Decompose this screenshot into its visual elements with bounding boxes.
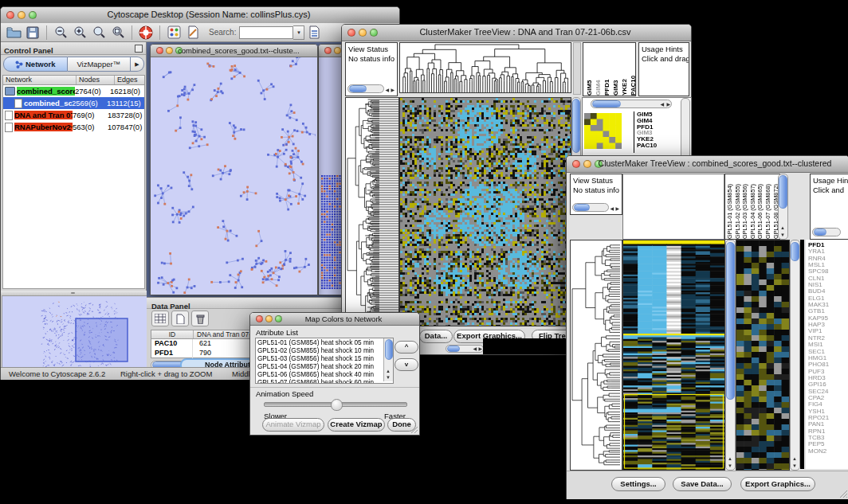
create-vizmap-button[interactable]: Create Vizmap xyxy=(328,418,385,432)
tv2-heatmap[interactable] xyxy=(622,240,725,471)
close-button[interactable] xyxy=(572,160,580,168)
attribute-item[interactable]: GPL51-07 (GSM868) heat shock 60 min xyxy=(257,379,383,384)
annotation-icon[interactable] xyxy=(184,25,202,41)
scroll-up-icon[interactable]: ▲ xyxy=(386,368,391,374)
tv2-gene-item[interactable]: MON2 xyxy=(808,448,848,455)
scroll-down-icon[interactable]: ▼ xyxy=(780,232,785,238)
attribute-item[interactable]: GPL51-03 (GSM856) heat shock 15 min xyxy=(257,355,383,363)
save-data-button[interactable]: Data... xyxy=(419,330,453,343)
move-up-button[interactable]: ^ xyxy=(395,341,418,354)
tab-overflow-button[interactable]: ▶ xyxy=(131,57,144,72)
attribute-item[interactable]: GPL51-06 (GSM865) heat shock 40 min xyxy=(257,371,383,379)
scroll-left-icon[interactable]: ◀ xyxy=(660,101,664,107)
tv1-column-dendrogram[interactable] xyxy=(399,42,571,93)
network-view-canvas[interactable] xyxy=(151,57,316,294)
scroll-left-icon[interactable]: ◀ xyxy=(610,205,614,212)
help-icon[interactable] xyxy=(137,25,155,41)
network-window-1-title-bar[interactable]: combined_scores_good.txt--cluste... xyxy=(151,45,317,57)
attribute-item[interactable]: GPL51-04 (GSM857) heat shock 20 min xyxy=(257,363,383,371)
settings-button[interactable]: Settings... xyxy=(611,477,665,491)
scroll-right-icon[interactable]: ▶ xyxy=(615,205,619,212)
scroll-right-icon[interactable]: ▶ xyxy=(666,101,670,107)
attribute-list-vscrollbar[interactable]: ▲ ▼ xyxy=(383,338,393,381)
scroll-up-icon[interactable]: ▲ xyxy=(780,225,785,231)
col-edges[interactable]: Edges xyxy=(115,76,144,84)
attribute-listbox[interactable]: GPL51-01 (GSM854) heat shock 05 minGPL51… xyxy=(255,338,394,384)
minimize-button[interactable] xyxy=(166,47,173,54)
search-dropdown-button[interactable]: ▼ xyxy=(293,25,304,40)
network-row[interactable]: combined_sco2569(6)13112(15) xyxy=(3,97,144,109)
tab-vizmapper[interactable]: VizMapper™ xyxy=(68,57,132,72)
scroll-down-icon[interactable]: ▼ xyxy=(728,463,732,469)
scroll-left-icon[interactable]: ◀ xyxy=(385,87,389,93)
tv1-summary-hscrollbar[interactable]: ◀ ▶ xyxy=(591,100,672,108)
dialog-title-bar[interactable]: Map Colors to Network xyxy=(250,313,419,326)
minimize-button[interactable] xyxy=(334,47,341,54)
zoom-selected-icon[interactable] xyxy=(109,25,127,41)
main-title-bar[interactable]: Cytoscape Desktop (Session Name: collins… xyxy=(1,7,399,24)
tv1-status-scrollbar[interactable] xyxy=(347,84,384,93)
save-session-icon[interactable] xyxy=(24,25,41,41)
move-down-button[interactable]: v xyxy=(395,358,418,371)
scroll-up-icon[interactable]: ▲ xyxy=(792,455,797,462)
scroll-right-icon[interactable]: ▶ xyxy=(391,87,395,93)
close-button[interactable] xyxy=(324,47,332,54)
zoom-fit-icon[interactable] xyxy=(90,25,108,41)
tab-network[interactable]: Network xyxy=(3,57,68,72)
zoom-out-icon[interactable] xyxy=(52,25,69,41)
save-data-button[interactable]: Save Data... xyxy=(673,477,732,491)
scroll-right-icon[interactable]: ▶ xyxy=(478,346,482,352)
close-button[interactable] xyxy=(256,315,263,322)
data-col-id[interactable]: ID xyxy=(151,330,194,338)
tv2-column-dendrogram-area[interactable] xyxy=(622,174,724,240)
tv1-heatmap[interactable] xyxy=(399,97,571,326)
network-window-1[interactable]: combined_scores_good.txt--cluste... xyxy=(150,44,318,295)
tv2-heatmap-vscrollbar[interactable]: ▲ ▼ xyxy=(725,240,736,471)
tv2-row-dendrogram[interactable] xyxy=(570,240,622,471)
tv2-hints-scrollbar[interactable] xyxy=(812,228,841,236)
network-row[interactable]: RNAPuberNov2+!563(0)107847(0) xyxy=(3,121,144,133)
close-button[interactable] xyxy=(156,47,163,54)
search-input[interactable] xyxy=(239,26,293,39)
tv2-status-scrollbar[interactable] xyxy=(572,203,609,212)
scroll-down-icon[interactable]: ▼ xyxy=(792,463,797,469)
attribute-item[interactable]: GPL51-02 (GSM855) heat shock 10 min xyxy=(257,347,383,355)
tv1-bottom-scrollbar[interactable]: ◀ ▶ xyxy=(446,345,484,353)
import-table-icon[interactable] xyxy=(305,25,323,41)
scroll-left-icon[interactable]: ◀ xyxy=(473,346,477,352)
treeview2-title: ClusterMaker TreeView : combined_scores_… xyxy=(587,158,842,168)
zoom-in-icon[interactable] xyxy=(71,25,88,41)
vizmapper-icon[interactable] xyxy=(165,25,183,41)
attribute-item[interactable]: GPL51-01 (GSM854) heat shock 05 min xyxy=(257,339,383,347)
float-panel-icon[interactable] xyxy=(135,45,143,53)
open-session-icon[interactable] xyxy=(5,25,22,41)
resize-grip-icon[interactable] xyxy=(410,426,418,434)
minimize-button[interactable] xyxy=(265,315,273,322)
animate-vizmap-button[interactable]: Animate Vizmap xyxy=(262,418,324,432)
tv2-collabels-vscrollbar[interactable]: ▲ ▼ xyxy=(778,174,788,240)
scroll-up-icon[interactable]: ▲ xyxy=(728,455,732,462)
close-button[interactable] xyxy=(6,11,14,19)
tv1-summary-heatmap[interactable] xyxy=(584,113,622,149)
treeview2-title-bar[interactable]: ClusterMaker TreeView : combined_scores_… xyxy=(567,156,848,173)
animation-speed-slider[interactable] xyxy=(264,402,407,407)
tv2-zoom-heatmap[interactable] xyxy=(736,240,790,471)
delete-attribute-icon[interactable] xyxy=(191,311,209,326)
col-network[interactable]: Network xyxy=(3,76,77,84)
col-nodes[interactable]: Nodes xyxy=(77,76,115,84)
attribute-table-icon[interactable] xyxy=(151,311,169,326)
export-graphics-button[interactable]: Export Graphics... xyxy=(740,477,815,491)
close-button[interactable] xyxy=(347,29,355,37)
network-row[interactable]: DNA and Tran 07769(0)183728(0) xyxy=(3,109,144,121)
birdseye-view[interactable] xyxy=(2,295,147,369)
tv2-column-label: GPL51-06 (GSM865) xyxy=(757,176,764,239)
new-attribute-icon[interactable] xyxy=(171,311,189,326)
treeview1-title-bar[interactable]: ClusterMaker TreeView : DNA and Tran 07-… xyxy=(342,25,691,41)
file-icon xyxy=(14,99,22,108)
resize-grip-icon[interactable] xyxy=(838,489,848,498)
tv1-row-dendrogram[interactable] xyxy=(345,97,399,326)
scroll-down-icon[interactable]: ▼ xyxy=(386,374,391,381)
network-row[interactable]: combined_scores2764(0)16218(0) xyxy=(3,85,144,97)
slider-thumb[interactable] xyxy=(331,399,343,411)
tv2-zoom-vscrollbar[interactable]: ▲ ▼ xyxy=(790,240,800,471)
